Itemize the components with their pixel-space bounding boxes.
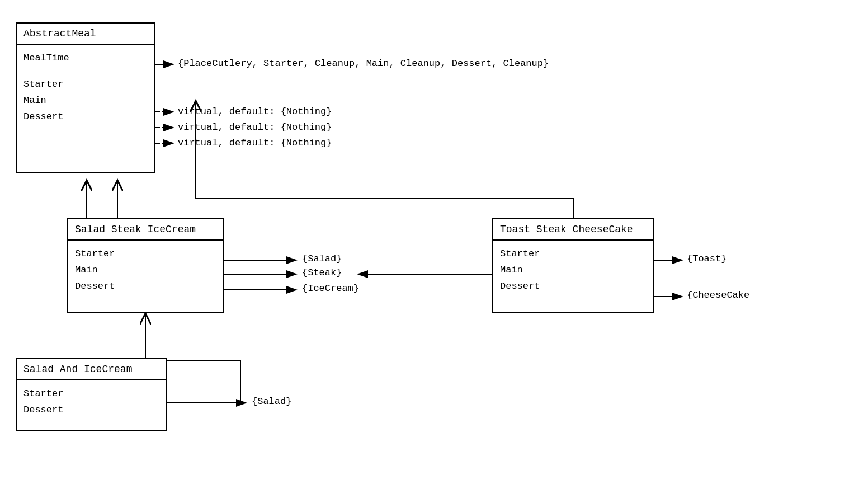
starter-label: Starter	[23, 77, 148, 93]
salad-steak-icecream-title: Salad_Steak_IceCream	[68, 219, 223, 241]
toast-steak-cheesecake-title: Toast_Steak_CheeseCake	[493, 219, 653, 241]
starter-virtual-label: virtual, default: {Nothing}	[178, 106, 332, 117]
mealtime-arrow-label: {PlaceCutlery, Starter, Cleanup, Main, C…	[178, 58, 549, 69]
abstract-meal-body: MealTime Starter Main Dessert	[17, 45, 154, 131]
icecream-label: {IceCream}	[302, 283, 359, 294]
toast-label: {Toast}	[687, 253, 727, 264]
cheesecake-label: {CheeseCake	[687, 290, 749, 300]
salad-and-icecream-body: Starter Dessert	[17, 380, 166, 424]
abstract-meal-title: AbstractMeal	[17, 24, 154, 45]
salad-steak-icecream-box: Salad_Steak_IceCream Starter Main Desser…	[67, 218, 224, 313]
tsc-dessert-label: Dessert	[500, 279, 647, 295]
dessert-label: Dessert	[23, 109, 148, 125]
toast-steak-cheesecake-box: Toast_Steak_CheeseCake Starter Main Dess…	[492, 218, 654, 313]
toast-steak-cheesecake-body: Starter Main Dessert	[493, 241, 653, 300]
ssi-main-label: Main	[75, 262, 216, 279]
main-virtual-label: virtual, default: {Nothing}	[178, 122, 332, 133]
dessert-virtual-label: virtual, default: {Nothing}	[178, 138, 332, 148]
sai-dessert-label: Dessert	[23, 402, 159, 419]
tsc-starter-label: Starter	[500, 246, 647, 262]
tsc-main-label: Main	[500, 262, 647, 279]
ssi-starter-label: Starter	[75, 246, 216, 262]
salad-bottom-label: {Salad}	[252, 396, 291, 407]
salad-and-icecream-box: Salad_And_IceCream Starter Dessert	[16, 358, 167, 431]
salad-steak-icecream-body: Starter Main Dessert	[68, 241, 223, 300]
steak-label: {Steak}	[302, 267, 342, 278]
main-label: Main	[23, 93, 148, 109]
sai-starter-label: Starter	[23, 386, 159, 402]
salad-label: {Salad}	[302, 253, 342, 264]
ssi-dessert-label: Dessert	[75, 279, 216, 295]
abstract-meal-box: AbstractMeal MealTime Starter Main Desse…	[16, 22, 155, 173]
diagram: AbstractMeal MealTime Starter Main Desse…	[0, 0, 868, 484]
salad-and-icecream-title: Salad_And_IceCream	[17, 359, 166, 380]
mealtime-label: MealTime	[23, 50, 148, 67]
